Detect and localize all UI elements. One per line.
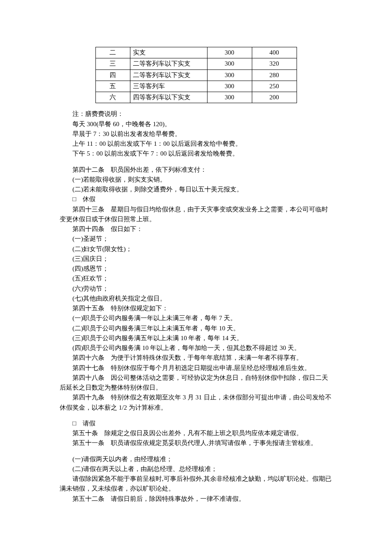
cell-desc: 二等客列车以下实支 — [130, 58, 207, 69]
cell-desc: 实支 — [130, 47, 207, 58]
article-42-title: 第四十二条 职员国外出差，依下列标准支付： — [60, 165, 332, 175]
article-44-item: (五)狂欢节； — [60, 274, 332, 283]
table-row: 六 四等客列车以下实支 300 200 — [95, 92, 297, 103]
article-44-item: (三)国庆日； — [60, 254, 332, 264]
note-line: 下午 5：00 以前出发或下午 7：00 以后返回者发给晚餐费。 — [60, 149, 332, 159]
article-46: 第四十六条 为便于计算特殊休假天数，于每年年底结算，未满一年者不得享有。 — [60, 353, 332, 363]
table-row: 二 实支 300 400 — [95, 47, 297, 58]
cell-lodging: 320 — [252, 58, 297, 69]
cell-meal: 300 — [207, 69, 252, 81]
article-44-item: (一)圣诞节； — [60, 234, 332, 244]
table-row: 三 二等客列车以下实支 300 320 — [95, 58, 297, 69]
article-47: 第四十七条 特别休假应于每个月月初选定日期提出申请,层呈经总经理核准后生效。 — [60, 363, 332, 373]
article-48: 第四十八条 因公司整体活动之需要，可经协议定为休息日，自特别休假中扣除，假日二天… — [60, 373, 332, 393]
article-44-item: (七)其他由政府机关指定之假日。 — [60, 294, 332, 304]
section-vacation: □ 休假 — [60, 194, 332, 204]
cell-meal: 300 — [207, 58, 252, 69]
article-45-item: (二)职员于公司内服务满三年以上未满五年者，每年 10 天。 — [60, 324, 332, 333]
article-50: 第五十条 除规定之假日及因公出差外，凡有不能上班之职员均应依本规定请假。 — [60, 428, 332, 438]
spacer — [60, 413, 332, 419]
article-42-item: (一)若能取得收据，则实支实销。 — [60, 175, 332, 185]
section-request-leave: □ 请假 — [60, 419, 332, 428]
article-45-item: (三)职员于公司内服务满五年以上未满 10 年者，每年 14 天。 — [60, 333, 332, 343]
cell-desc: 二等客列车以下实支 — [130, 69, 207, 81]
cell-meal: 300 — [207, 92, 252, 103]
article-45-item: (四)职员于公司内服务满 10 年以上者，每年加给一天，但其总数不得超过 30 … — [60, 343, 332, 353]
article-51-footer: 请假除因紧急不能于事前呈核时,可事后补假外,其余非经核准之缺勤，均以旷职论处。假… — [60, 474, 332, 494]
cell-lodging: 280 — [252, 69, 297, 81]
note-line: 每天 300(早餐 60，中晚餐各 120)。 — [60, 119, 332, 129]
article-44-title: 第四十四条 假日如下： — [60, 224, 332, 234]
cell-lodging: 250 — [252, 81, 297, 92]
article-44-item: (四)感恩节； — [60, 264, 332, 274]
article-44-item: (二)妇女节(限女性)； — [60, 244, 332, 254]
article-51-item: (一)请假两天以内者，由经理核准； — [60, 454, 332, 464]
document-page: 二 实支 300 400 三 二等客列车以下实支 300 320 四 二等客列车… — [0, 0, 392, 555]
article-45-title: 第四十五条 特别休假规定如下： — [60, 304, 332, 313]
article-43: 第四十三条 星期日与假日均给假休息，由于天灾事变或突发业务上之需要，本公司可临时… — [60, 205, 332, 225]
article-45-item: (一)职员于公司内服务满一年以上未满三年者，每年 7 天。 — [60, 313, 332, 323]
table-row: 四 二等客列车以下实支 300 280 — [95, 69, 297, 81]
note-line: 上午 11：00 以前出发或下午 1：00 以后返回者发给中餐费。 — [60, 139, 332, 149]
table-row: 五 三等客列车 300 250 — [95, 81, 297, 92]
cell-lodging: 200 — [252, 92, 297, 103]
spacer — [60, 448, 332, 454]
article-44-item: (六)劳动节； — [60, 284, 332, 294]
note-heading: 注：膳费费说明： — [60, 109, 332, 119]
allowance-table: 二 实支 300 400 三 二等客列车以下实支 300 320 四 二等客列车… — [95, 47, 297, 103]
cell-level: 五 — [95, 81, 130, 92]
cell-desc: 三等客列车 — [130, 81, 207, 92]
spacer — [60, 159, 332, 165]
cell-desc: 四等客列车以下实支 — [130, 92, 207, 103]
article-51: 第五十一条 职员请假应依规定觅妥职员代理人,并填写请假单，于事先报请主管核准。 — [60, 438, 332, 448]
article-52: 第五十二条 请假日前后，除因特殊事故外，一律不准请假。 — [60, 494, 332, 504]
note-line: 早晨于 7：30 以前出发者发给早餐费。 — [60, 129, 332, 139]
cell-level: 三 — [95, 58, 130, 69]
cell-level: 二 — [95, 47, 130, 58]
article-51-item: (二)请假在两天以上者，由副总经理、总经理核准； — [60, 464, 332, 474]
cell-level: 四 — [95, 69, 130, 81]
cell-lodging: 400 — [252, 47, 297, 58]
article-49: 第四十九条 特别休假之有效期至次年 3 月 31 日止，未休假部分可提出申请，由… — [60, 393, 332, 413]
cell-meal: 300 — [207, 81, 252, 92]
cell-meal: 300 — [207, 47, 252, 58]
article-42-item: (二)若未能取得收据，则除交通费外，每日以五十美元报支。 — [60, 185, 332, 194]
cell-level: 六 — [95, 92, 130, 103]
